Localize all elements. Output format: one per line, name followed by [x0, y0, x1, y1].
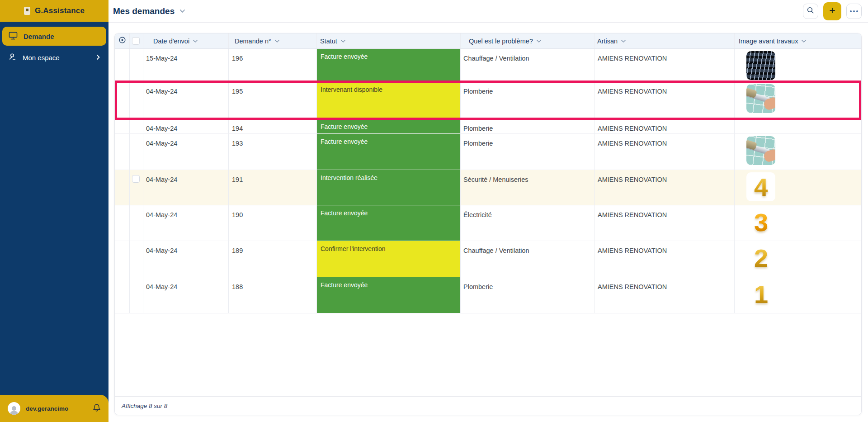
column-label: Date d'envoi	[153, 38, 189, 45]
gold-number-2[interactable]: 2	[746, 243, 775, 272]
eye-icon	[118, 36, 126, 46]
table-row[interactable]: 04-May-24 191 Intervention réalisée Sécu…	[115, 170, 861, 205]
cell-image: 3	[735, 205, 861, 241]
bell-icon[interactable]	[93, 403, 101, 414]
cell-date[interactable]: 04-May-24	[143, 134, 229, 170]
cell-image: 2	[735, 241, 861, 277]
cell-artisan[interactable]: AMIENS RENOVATION	[595, 277, 735, 313]
user-account-bar[interactable]: dev.gerancimo	[0, 395, 108, 422]
cell-demande-num[interactable]: 193	[229, 134, 317, 170]
more-options-button[interactable]	[846, 4, 862, 19]
status-badge[interactable]: Intervenant disponible	[317, 82, 460, 119]
chevron-down-icon	[193, 39, 198, 43]
chevron-down-icon	[801, 39, 807, 43]
status-badge[interactable]: Facture envoyée	[317, 277, 460, 313]
status-badge[interactable]: Facture envoyée	[317, 119, 460, 133]
cell-artisan[interactable]: AMIENS RENOVATION	[595, 82, 735, 119]
column-header-artisan[interactable]: Artisan	[595, 33, 735, 48]
add-request-button[interactable]: +	[823, 2, 841, 20]
cell-demande-num[interactable]: 194	[229, 119, 317, 133]
cell-probleme[interactable]: Plomberie	[461, 82, 595, 119]
column-label: Quel est le problème?	[469, 38, 533, 45]
chevron-down-icon	[340, 39, 346, 43]
shower-head-photo[interactable]	[746, 84, 775, 113]
cell-date[interactable]: 04-May-24	[143, 277, 229, 313]
sidebar-item-demande[interactable]: Demande	[2, 27, 106, 46]
search-button[interactable]	[803, 4, 818, 19]
cell-artisan[interactable]: AMIENS RENOVATION	[595, 119, 735, 133]
chevron-down-icon[interactable]	[179, 9, 185, 13]
gold-number-text: 2	[754, 243, 768, 273]
column-header-image[interactable]: Image avant travaux	[735, 33, 861, 48]
cell-demande-num[interactable]: 190	[229, 205, 317, 241]
table-row[interactable]: 04-May-24 193 Facture envoyée Plomberie …	[115, 134, 861, 170]
cell-artisan[interactable]: AMIENS RENOVATION	[595, 49, 735, 81]
sidebar-item-label: Demande	[24, 33, 54, 40]
chevron-right-icon	[96, 54, 100, 62]
cell-date[interactable]: 04-May-24	[143, 205, 229, 241]
column-header-date[interactable]: Date d'envoi	[143, 33, 229, 48]
app-name: G.Assistance	[35, 6, 85, 15]
status-badge[interactable]: Facture envoyée	[317, 134, 460, 170]
row-checkbox-cell	[130, 134, 143, 170]
cell-probleme[interactable]: Plomberie	[461, 277, 595, 313]
row-checkbox[interactable]	[132, 175, 140, 183]
cell-date[interactable]: 04-May-24	[143, 241, 229, 277]
status-badge[interactable]: Facture envoyée	[317, 49, 460, 81]
cell-date[interactable]: 04-May-24	[143, 119, 229, 133]
sidebar-item-mon-espace[interactable]: Mon espace	[2, 49, 106, 66]
column-header-probleme[interactable]: Quel est le problème?	[461, 33, 595, 48]
table-row[interactable]: 04-May-24 195 Intervenant disponible Plo…	[115, 82, 861, 119]
cell-demande-num[interactable]: 196	[229, 49, 317, 81]
cell-demande-num[interactable]: 191	[229, 170, 317, 205]
cell-probleme[interactable]: Chauffage / Ventilation	[461, 49, 595, 81]
visibility-toggle[interactable]	[115, 33, 130, 48]
status-badge[interactable]: Facture envoyée	[317, 205, 460, 241]
cell-demande-num[interactable]: 195	[229, 82, 317, 119]
row-eye-cell	[115, 277, 130, 313]
cell-probleme[interactable]: Électricité	[461, 205, 595, 241]
cell-artisan[interactable]: AMIENS RENOVATION	[595, 170, 735, 205]
ventilation-grille-photo[interactable]	[746, 51, 775, 80]
status-badge[interactable]: Intervention réalisée	[317, 170, 460, 205]
user-name: dev.gerancimo	[26, 405, 87, 412]
table-row[interactable]: 15-May-24 196 Facture envoyée Chauffage …	[115, 49, 861, 82]
row-checkbox-cell	[130, 241, 143, 277]
select-all-checkbox[interactable]	[132, 37, 140, 45]
cell-date[interactable]: 04-May-24	[143, 82, 229, 119]
page-title[interactable]: Mes demandes	[113, 6, 175, 16]
sidebar: G.Assistance Demande Mon espace	[0, 0, 108, 422]
gold-number-3[interactable]: 3	[746, 208, 775, 237]
search-icon	[807, 7, 814, 16]
cell-probleme[interactable]: Plomberie	[461, 119, 595, 133]
row-eye-cell	[115, 205, 130, 241]
cell-date[interactable]: 04-May-24	[143, 170, 229, 205]
row-checkbox-cell	[130, 277, 143, 313]
sidebar-item-label: Mon espace	[23, 54, 60, 62]
table-row[interactable]: 04-May-24 194 Facture envoyée Plomberie …	[115, 119, 861, 134]
cell-probleme[interactable]: Chauffage / Ventilation	[461, 241, 595, 277]
cell-image: 1	[735, 277, 861, 313]
table-row[interactable]: 04-May-24 188 Facture envoyée Plomberie …	[115, 277, 861, 313]
cell-statut: Facture envoyée	[317, 134, 461, 170]
gold-number-1[interactable]: 1	[746, 280, 775, 308]
row-eye-cell	[115, 241, 130, 277]
cell-demande-num[interactable]: 189	[229, 241, 317, 277]
cell-probleme[interactable]: Plomberie	[461, 134, 595, 170]
column-header-statut[interactable]: Statut	[317, 33, 461, 48]
table-row[interactable]: 04-May-24 190 Facture envoyée Électricit…	[115, 205, 861, 241]
cell-demande-num[interactable]: 188	[229, 277, 317, 313]
status-badge[interactable]: Confirmer l'intervention	[317, 241, 460, 277]
cell-probleme[interactable]: Sécurité / Menuiseries	[461, 170, 595, 205]
table-row[interactable]: 04-May-24 189 Confirmer l'intervention C…	[115, 241, 861, 277]
cell-date[interactable]: 15-May-24	[143, 49, 229, 81]
topbar: Mes demandes +	[108, 0, 868, 23]
shower-head-photo[interactable]	[746, 136, 775, 165]
cell-artisan[interactable]: AMIENS RENOVATION	[595, 134, 735, 170]
cell-artisan[interactable]: AMIENS RENOVATION	[595, 241, 735, 277]
cell-image	[735, 134, 861, 170]
cell-artisan[interactable]: AMIENS RENOVATION	[595, 205, 735, 241]
column-header-demande-num[interactable]: Demande n°	[229, 33, 317, 48]
table-footer: Affichage 8 sur 8	[115, 396, 861, 415]
gold-number-4[interactable]: 4	[746, 172, 775, 201]
